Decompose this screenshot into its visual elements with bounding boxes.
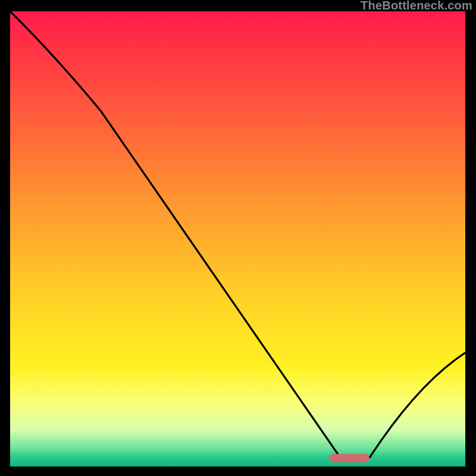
x-axis-bar xyxy=(0,466,476,476)
bottleneck-curve-svg xyxy=(10,11,465,466)
optimal-range-marker xyxy=(329,454,370,462)
bottleneck-curve-path xyxy=(10,11,465,458)
attribution-watermark: TheBottleneck.com xyxy=(361,0,472,12)
bottleneck-chart: TheBottleneck.com xyxy=(0,0,476,476)
y-axis-bar xyxy=(0,0,10,476)
